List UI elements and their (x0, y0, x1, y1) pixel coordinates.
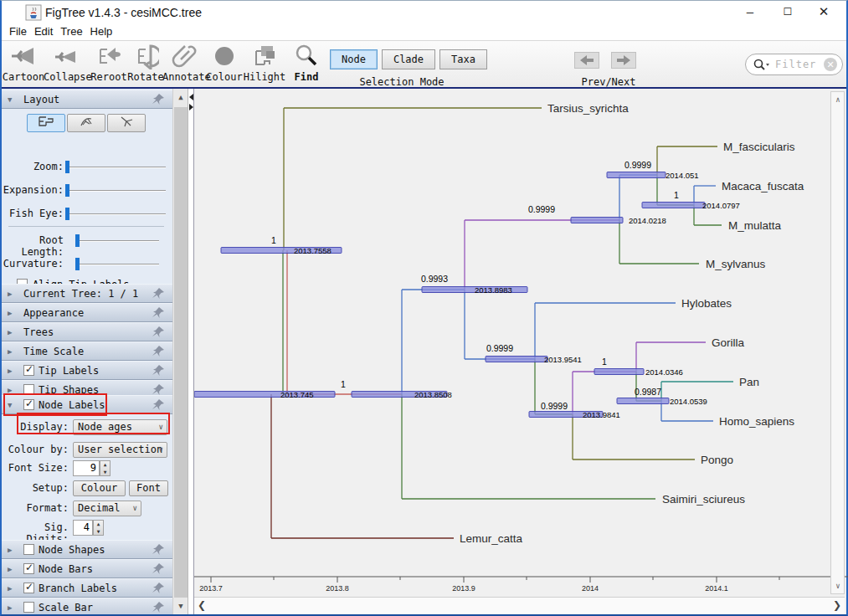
pin-icon[interactable] (152, 326, 164, 340)
tip-label-tarsius_syrichta[interactable]: Tarsius_syrichta (547, 102, 629, 115)
expansion-slider-thumb[interactable] (65, 184, 69, 197)
pin-icon[interactable] (152, 583, 164, 596)
sigdigits-stepper[interactable]: ▲▼ (93, 520, 104, 536)
section-trees[interactable]: ▶Trees (2, 322, 172, 341)
slider-track[interactable] (65, 213, 166, 215)
section-scale-bar[interactable]: ▶Scale Bar (2, 598, 172, 614)
spinner-up-icon[interactable]: ▲ (100, 461, 110, 469)
close-button[interactable]: ✕ (811, 3, 836, 21)
pin-icon[interactable] (152, 563, 164, 577)
selection-mode-taxa[interactable]: Taxa (439, 49, 487, 69)
tree-viewport[interactable]: 2013.7452013.75582013.85082013.89832013.… (194, 89, 846, 614)
node-bar[interactable] (617, 398, 669, 404)
pin-icon[interactable] (152, 94, 164, 107)
expand-triangle-icon[interactable]: ▶ (8, 328, 12, 336)
pin-icon[interactable] (152, 288, 164, 301)
annotate-tool-button[interactable]: Annotate (162, 43, 206, 83)
sidebar-scrollbar[interactable]: ▲ ▼ (172, 89, 188, 614)
next-button[interactable] (611, 52, 636, 69)
rootlength-slider-thumb[interactable] (75, 234, 80, 247)
expand-triangle-icon[interactable]: ▶ (8, 546, 12, 554)
expand-triangle-icon[interactable]: ▶ (8, 347, 12, 356)
pin-icon[interactable] (152, 544, 164, 557)
node-bar[interactable] (594, 369, 644, 375)
tip-label-m_mulatta[interactable]: M_mulatta (728, 219, 782, 232)
setup-colour-button[interactable]: Colour (73, 480, 126, 496)
node-bar[interactable] (571, 218, 623, 223)
spinner-down-icon[interactable]: ▼ (100, 469, 110, 476)
polar-layout-button[interactable] (67, 114, 105, 132)
fontsize-field[interactable]: 9 (73, 460, 100, 476)
filter-search-box[interactable]: Filter ✕ (745, 54, 843, 75)
pin-icon[interactable] (152, 346, 164, 359)
menu-help[interactable]: Help (90, 25, 113, 38)
phylogenetic-tree[interactable]: 2013.7452013.75582013.85082013.89832013.… (194, 89, 848, 616)
collapse-triangle-icon[interactable]: ▼ (8, 95, 12, 104)
tree-scroll-down-icon[interactable]: ∨ (831, 579, 845, 593)
node-labels-checkbox[interactable]: ✓ (23, 399, 34, 410)
tree-scroll-right-icon[interactable]: ❯ (833, 599, 841, 611)
collapse-tool-button[interactable]: Collapse (44, 43, 87, 83)
tip-label-m_sylvanus[interactable]: M_sylvanus (706, 258, 766, 270)
collapse-right-icon[interactable] (189, 104, 193, 110)
section-tip-labels[interactable]: ▶✓Tip Labels (2, 361, 172, 380)
tip-shapes-checkbox[interactable] (23, 384, 34, 395)
tip-label-macaca_fuscata[interactable]: Macaca_fuscata (722, 180, 804, 192)
expand-triangle-icon[interactable]: ▶ (8, 290, 12, 298)
tree-vertical-scrollbar[interactable]: ∧ ∨ (830, 91, 845, 594)
expand-triangle-icon[interactable]: ▶ (8, 584, 12, 593)
tip-label-lemur_catta[interactable]: Lemur_catta (460, 532, 523, 545)
slider-track[interactable] (65, 190, 166, 192)
branch-labels-checkbox[interactable]: ✓ (23, 583, 34, 593)
sidebar-scroll-thumb[interactable] (174, 107, 188, 598)
display-select[interactable]: Node ages∨ (73, 419, 167, 435)
find-tool-button[interactable]: Find (285, 43, 328, 83)
section-node-bars[interactable]: ▶✓Node Bars (2, 559, 172, 578)
section-layout[interactable]: ▼Layout (2, 90, 172, 109)
menu-edit[interactable]: Edit (34, 25, 53, 38)
collapse-left-icon[interactable] (189, 94, 193, 100)
maximize-button[interactable]: ☐ (775, 3, 800, 21)
pin-icon[interactable] (152, 365, 164, 378)
pin-icon[interactable] (152, 602, 164, 614)
cartoon-tool-button[interactable]: Cartoon (2, 43, 45, 83)
scale-bar-checkbox[interactable] (23, 602, 34, 613)
section-appearance[interactable]: ▶Appearance (2, 303, 172, 322)
node-shapes-checkbox[interactable] (23, 544, 34, 555)
node-bars-checkbox[interactable]: ✓ (23, 563, 34, 574)
tip-label-m_fascicularis[interactable]: M_fascicularis (723, 141, 795, 153)
tip-label-saimiri_sciureus[interactable]: Saimiri_sciureus (662, 493, 745, 506)
section-branch-labels[interactable]: ▶✓Branch Labels (2, 578, 172, 598)
tree-horizontal-scrollbar[interactable]: ❮ ❯ (194, 597, 845, 613)
colour-tool-button[interactable]: Colour (203, 43, 246, 83)
menu-tree[interactable]: Tree (60, 25, 82, 38)
selection-mode-clade[interactable]: Clade (382, 49, 435, 69)
format-select[interactable]: Decimal∨ (73, 501, 141, 516)
sidebar-scroll-up-icon[interactable]: ▲ (174, 90, 188, 104)
node-bar[interactable] (607, 172, 666, 178)
hilight-tool-button[interactable]: Hilight (243, 43, 286, 83)
expand-triangle-icon[interactable]: ▶ (8, 309, 12, 317)
spinner-down-icon[interactable]: ▼ (94, 528, 103, 536)
node-bar[interactable] (642, 203, 705, 208)
setup-font-button[interactable]: Font (129, 480, 168, 496)
sidebar-scroll-down-icon[interactable]: ▼ (174, 599, 188, 613)
clear-filter-icon[interactable]: ✕ (824, 58, 837, 71)
spinner-up-icon[interactable]: ▲ (94, 521, 103, 528)
tip-label-pan[interactable]: Pan (739, 376, 759, 388)
menu-file[interactable]: File (9, 25, 27, 38)
tree-scroll-left-icon[interactable]: ❮ (198, 599, 206, 611)
collapse-triangle-icon[interactable]: ▼ (8, 401, 12, 409)
tip-label-gorilla[interactable]: Gorilla (712, 336, 745, 349)
section-node-shapes[interactable]: ▶Node Shapes (2, 540, 172, 559)
expand-triangle-icon[interactable]: ▶ (8, 603, 12, 612)
pin-icon[interactable] (152, 399, 164, 413)
section-time-scale[interactable]: ▶Time Scale (2, 341, 172, 361)
expand-triangle-icon[interactable]: ▶ (8, 386, 12, 394)
slider-track[interactable] (75, 240, 159, 242)
fontsize-stepper[interactable]: ▲▼ (100, 460, 110, 476)
tip-labels-checkbox[interactable]: ✓ (23, 365, 34, 376)
curvature-slider-thumb[interactable] (75, 258, 80, 270)
node-bar[interactable] (486, 357, 547, 362)
pin-icon[interactable] (152, 307, 164, 321)
